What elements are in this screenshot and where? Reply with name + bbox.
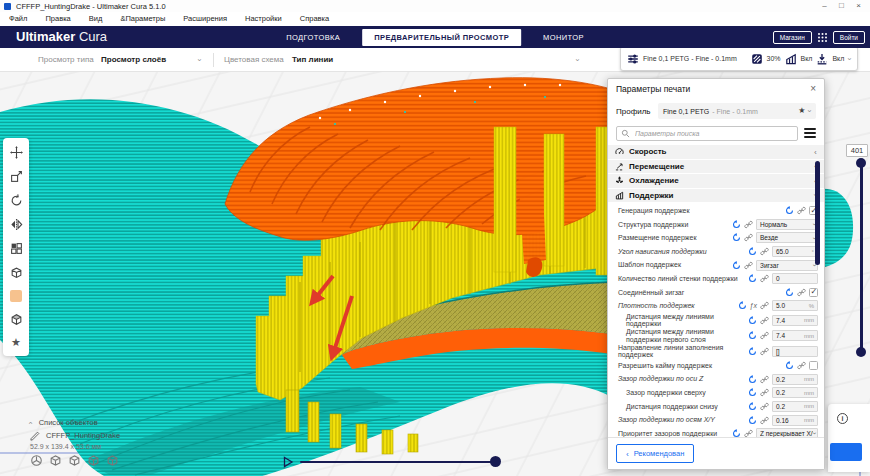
rotate-tool[interactable]: [10, 194, 23, 207]
revert-icon[interactable]: [748, 402, 757, 411]
tab-prepare[interactable]: ПОДГОТОВКА: [278, 29, 348, 46]
view-left-button[interactable]: [87, 454, 100, 467]
simulation-handle[interactable]: [490, 456, 501, 467]
menu-edit[interactable]: Правка: [36, 12, 79, 26]
revert-icon[interactable]: [732, 261, 741, 270]
revert-icon[interactable]: [732, 220, 741, 229]
play-button[interactable]: [282, 456, 294, 468]
setting-row[interactable]: Соединённый зигзаг ƒx ›: [608, 286, 824, 300]
settings-visibility-menu-icon[interactable]: [804, 128, 816, 137]
setting-input[interactable]: 65.0°: [772, 246, 818, 257]
view-top-button[interactable]: [68, 454, 81, 467]
layer-slider-lower-handle[interactable]: [856, 347, 866, 357]
setting-row[interactable]: Генерация поддержек ƒx ›: [608, 204, 824, 218]
recommended-mode-button[interactable]: › Рекомендован: [616, 444, 694, 463]
view-3d-button[interactable]: [30, 454, 43, 467]
object-list-toggle[interactable]: › Список объектов: [30, 416, 120, 429]
settings-search-box[interactable]: [616, 126, 798, 141]
category-support[interactable]: Поддержки ›: [608, 189, 824, 203]
settings-scrollbar[interactable]: [815, 161, 820, 265]
setting-row[interactable]: Структура поддержки ƒx Нормаль›: [608, 218, 824, 232]
setting-row[interactable]: Дистанция между линиями поддержки ƒx 7.4…: [608, 313, 824, 328]
revert-icon[interactable]: [748, 375, 757, 384]
close-icon[interactable]: ×: [810, 84, 816, 94]
revert-icon[interactable]: [748, 388, 757, 397]
category-cooling[interactable]: Охлаждение ›: [608, 174, 824, 188]
star-icon[interactable]: ★: [798, 107, 805, 115]
object-list-item[interactable]: CFFFP_HuntingDrake: [30, 429, 120, 442]
setting-input[interactable]: 7.4mm: [772, 330, 818, 341]
setting-input[interactable]: 7.4mm: [772, 315, 818, 326]
print-config-selector[interactable]: Fine 0,1 PETG - Fine - 0.1mm 30% Вкл Вкл…: [620, 46, 858, 71]
setting-row[interactable]: Размещение поддержек ƒx Везде›: [608, 231, 824, 245]
scale-tool[interactable]: [10, 170, 23, 183]
color-scheme-dropdown[interactable]: Тип линии: [292, 55, 333, 64]
setting-input[interactable]: 0.2mm: [772, 374, 818, 385]
setting-input[interactable]: 0.2mm: [772, 401, 818, 412]
category-speed[interactable]: Скорость ›: [608, 145, 824, 159]
setting-input[interactable]: 0: [772, 273, 818, 284]
setting-row[interactable]: Шаблон поддержек ƒx Зигзаг›: [608, 258, 824, 272]
simulation-track[interactable]: [300, 461, 497, 464]
revert-icon[interactable]: [748, 274, 757, 283]
layer-slider-track[interactable]: [860, 163, 863, 353]
close-icon[interactable]: ×: [851, 0, 866, 12]
setting-input[interactable]: 0.2mm: [772, 387, 818, 398]
setting-row[interactable]: Угол нависания поддержки ƒx 65.0° ›: [608, 245, 824, 259]
revert-icon[interactable]: [785, 361, 794, 370]
setting-row[interactable]: Дистанция между линиями поддержки первог…: [608, 328, 824, 343]
chevron-down-icon[interactable]: ›: [573, 59, 581, 62]
apps-grid-icon[interactable]: [818, 33, 827, 42]
setting-row[interactable]: Зазор поддержки по осям X/Y ƒx 0.16mm ›: [608, 413, 824, 427]
revert-icon[interactable]: [748, 416, 757, 425]
revert-icon[interactable]: [748, 316, 757, 325]
chevron-down-icon[interactable]: ›: [846, 57, 854, 60]
revert-icon[interactable]: [748, 331, 757, 340]
setting-input[interactable]: []: [772, 346, 818, 357]
setting-input[interactable]: 0.16mm: [772, 415, 818, 426]
view-front-button[interactable]: [49, 454, 62, 467]
tab-preview[interactable]: ПРЕДВАРИТЕЛЬНЫЙ ПРОСМОТР: [362, 29, 521, 46]
menu-settings[interactable]: &Параметры: [111, 12, 174, 26]
revert-icon[interactable]: [785, 288, 794, 297]
maximize-icon[interactable]: □: [834, 0, 849, 12]
profile-dropdown[interactable]: Fine 0,1 PETG - Fine - 0.1mm ★ ›: [658, 103, 816, 119]
setting-row[interactable]: Разрешить кайму поддержек ƒx ›: [608, 359, 824, 373]
per-model-settings-tool[interactable]: [10, 242, 23, 255]
setting-input[interactable]: 5.0%: [772, 300, 818, 311]
sign-in-button[interactable]: Войти: [833, 31, 865, 44]
setting-dropdown[interactable]: Нормаль›: [756, 219, 818, 230]
tab-monitor[interactable]: МОНИТОР: [535, 29, 592, 46]
setting-checkbox[interactable]: [809, 361, 818, 370]
mirror-tool[interactable]: [10, 218, 23, 231]
setting-row[interactable]: Направление линии заполнения поддержек ƒ…: [608, 344, 824, 359]
revert-icon[interactable]: [738, 301, 747, 310]
menu-view[interactable]: Вид: [80, 12, 112, 26]
setting-row[interactable]: Дистанция поддержки снизу ƒx 0.2mm ›: [608, 400, 824, 414]
setting-dropdown[interactable]: Везде›: [756, 232, 818, 243]
info-icon[interactable]: i: [837, 413, 848, 424]
menu-file[interactable]: Файл: [0, 12, 36, 26]
mesh-tools[interactable]: [10, 313, 23, 326]
menu-preferences[interactable]: Настройки: [236, 12, 291, 26]
settings-search-input[interactable]: [633, 129, 793, 138]
category-travel[interactable]: Перемещение ›: [608, 160, 824, 174]
menu-help[interactable]: Справка: [291, 12, 338, 26]
revert-icon[interactable]: [748, 247, 757, 256]
minimize-icon[interactable]: –: [817, 0, 832, 12]
revert-icon[interactable]: [785, 206, 794, 215]
setting-row[interactable]: Зазор поддержки сверху ƒx 0.2mm ›: [608, 386, 824, 400]
custom-supports-tool[interactable]: [10, 290, 22, 302]
view-type-dropdown[interactable]: Просмотр слоёв: [101, 55, 166, 64]
save-to-disk-button[interactable]: [830, 443, 862, 461]
chevron-down-icon[interactable]: ›: [195, 59, 203, 62]
layer-slider-upper-handle[interactable]: [856, 158, 866, 168]
view-right-button[interactable]: [106, 454, 119, 467]
support-blocker-tool[interactable]: [10, 266, 23, 279]
setting-dropdown[interactable]: Зигзаг›: [756, 260, 818, 271]
menu-extensions[interactable]: Расширения: [174, 12, 236, 26]
setting-row[interactable]: Зазор поддержки по оси Z ƒx 0.2mm ›: [608, 372, 824, 386]
setting-row[interactable]: Плотность поддержек ƒx 5.0% ›: [608, 299, 824, 313]
revert-icon[interactable]: [748, 347, 757, 356]
setting-checkbox[interactable]: [809, 288, 818, 297]
